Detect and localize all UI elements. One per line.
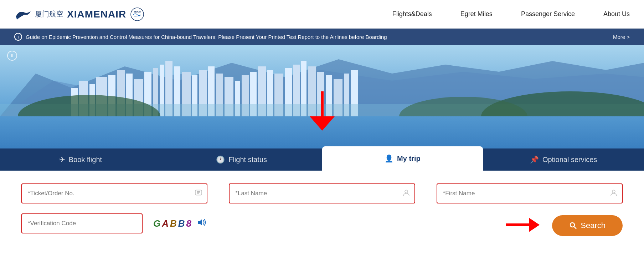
ticket-icon xyxy=(195,189,202,198)
tab-flight-status-label: Flight status xyxy=(228,156,267,164)
verification-code-input[interactable] xyxy=(21,213,143,233)
nav-about-us[interactable]: About Us xyxy=(603,10,630,18)
search-icon xyxy=(569,222,577,230)
hero-banner: ⏸ xyxy=(0,45,644,148)
svg-marker-44 xyxy=(310,116,335,131)
nav-passenger-service[interactable]: Passenger Service xyxy=(521,10,575,18)
captcha-char-4: B xyxy=(178,218,186,229)
last-name-input[interactable] xyxy=(229,183,415,203)
notice-more-link[interactable]: More > xyxy=(613,34,630,40)
ticket-order-field xyxy=(21,183,207,203)
form-row-1 xyxy=(21,183,623,203)
last-name-field xyxy=(229,183,415,203)
notice-bar: i Guide on Epidemic Prevention and Contr… xyxy=(0,29,644,45)
search-area: Search xyxy=(506,214,623,237)
captcha-area: G A B B 8 xyxy=(153,218,206,229)
ticket-order-input[interactable] xyxy=(21,183,207,203)
svg-marker-51 xyxy=(198,219,202,226)
svg-point-49 xyxy=(405,190,408,193)
verification-code-field xyxy=(21,213,143,233)
city-skyline xyxy=(0,45,644,116)
info-icon: i xyxy=(14,33,22,41)
captcha-char-5: 8 xyxy=(186,218,192,229)
notice-text: Guide on Epidemic Prevention and Control… xyxy=(26,34,387,40)
main-nav: Flights&Deals Egret Miles Passenger Serv… xyxy=(392,10,630,18)
optional-services-icon: 📌 xyxy=(530,155,539,164)
logo-bird-icon xyxy=(14,8,32,20)
nav-flights-deals[interactable]: Flights&Deals xyxy=(392,10,432,18)
my-trip-icon: 👤 xyxy=(385,154,393,163)
tab-my-trip[interactable]: 👤 My trip xyxy=(322,146,483,171)
tab-my-trip-label: My trip xyxy=(397,155,421,163)
flight-status-icon: 🕐 xyxy=(216,155,225,164)
tab-flight-status[interactable]: 🕐 Flight status xyxy=(161,148,322,171)
tab-book-flight-label: Book flight xyxy=(69,156,102,164)
tab-optional-services[interactable]: 📌 Optional services xyxy=(483,148,644,171)
svg-text:TEAM: TEAM xyxy=(134,10,141,13)
svg-line-55 xyxy=(574,227,576,229)
team-badge-icon: TEAM xyxy=(130,7,144,21)
logo-area[interactable]: 厦门航空 XIAMENAIR TEAM xyxy=(14,7,144,21)
tab-optional-services-label: Optional services xyxy=(542,156,597,164)
search-button[interactable]: Search xyxy=(552,215,623,236)
first-name-input[interactable] xyxy=(437,183,623,203)
tabs-bar: ✈ Book flight 🕐 Flight status 👤 My trip … xyxy=(0,148,644,171)
first-name-field xyxy=(437,183,623,203)
logo-en-text: XIAMENAIR xyxy=(67,9,126,20)
pause-button[interactable]: ⏸ xyxy=(7,51,17,61)
captcha-char-2: A xyxy=(162,218,169,229)
captcha-char-3: B xyxy=(170,218,177,229)
first-name-person-icon xyxy=(610,189,618,198)
annotation-arrow-right xyxy=(506,214,541,237)
captcha-sound-icon[interactable] xyxy=(196,218,206,228)
search-label: Search xyxy=(581,221,606,230)
svg-marker-53 xyxy=(529,218,540,232)
main-header: 厦门航空 XIAMENAIR TEAM Flights&Deals Egret … xyxy=(0,0,644,29)
nav-egret-miles[interactable]: Egret Miles xyxy=(460,10,493,18)
svg-point-54 xyxy=(570,223,575,227)
captcha-image: G A B B 8 xyxy=(153,218,192,229)
last-name-person-icon xyxy=(402,189,410,198)
book-flight-icon: ✈ xyxy=(59,155,65,164)
form-area: G A B B 8 xyxy=(0,171,644,248)
logo-chinese-text: 厦门航空 xyxy=(35,9,63,19)
captcha-char-1: G xyxy=(153,218,161,229)
svg-point-50 xyxy=(612,190,615,193)
tab-book-flight[interactable]: ✈ Book flight xyxy=(0,148,161,171)
